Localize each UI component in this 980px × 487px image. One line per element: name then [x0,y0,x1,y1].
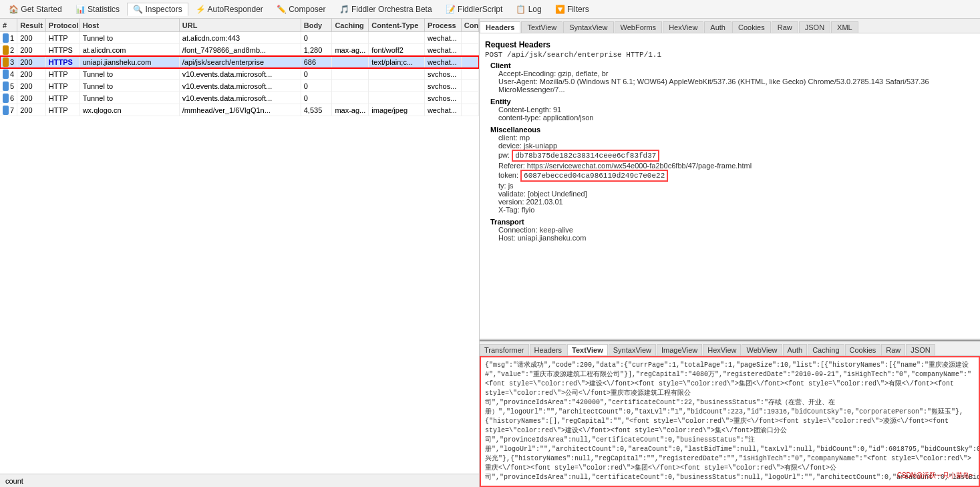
resp-tab-transformer[interactable]: Transformer [480,344,529,355]
content-type: content-type: application/json [485,114,975,122]
log-icon: 📋 [516,5,526,14]
bottom-bar: count [0,474,479,487]
sub-tab-auth[interactable]: Auth [704,21,731,33]
filters-icon: 🔽 [555,5,565,14]
tab-composer[interactable]: ✏️ Composer [271,3,332,16]
resp-tab-syntaxview[interactable]: SyntaxView [609,344,656,355]
main-content: # Result Protocol Host URL Body Caching … [0,19,980,487]
resp-tab-cookies[interactable]: Cookies [845,344,881,355]
validate-header: validate: [object Undefined] [485,190,975,198]
table-row[interactable]: 7 200 HTTP wx.qlogo.cn /mmhead/ver_1/6VI… [0,104,479,116]
device-header: device: jsk-uniapp [485,142,975,150]
tab-filters[interactable]: 🔽 Filters [549,3,595,16]
sub-tab-syntaxview[interactable]: SyntaxView [563,21,613,33]
sub-tab-hexview[interactable]: HexView [663,21,703,33]
user-agent: User-Agent: Mozilla/5.0 (Windows NT 6.1;… [485,77,975,94]
accept-encoding: Accept-Encoding: gzip, deflate, br [485,69,975,77]
table-header: # Result Protocol Host URL Body Caching … [0,19,479,32]
col-header-num: # [0,19,17,31]
response-tabs: Transformer Headers TextView SyntaxView … [480,341,980,356]
resp-tab-json[interactable]: JSON [906,344,935,355]
col-header-contenttype: Content-Type [369,19,425,31]
token-value: 6087ebecced04ca986110d249c7e0e22 [520,170,668,182]
autoresponder-icon: ⚡ [196,5,206,14]
sub-tab-webforms[interactable]: WebForms [615,21,663,33]
pw-header: pw: db78b375de182c38314ceee6cf83fd37 [485,150,975,162]
client-header: client: mp [485,134,975,142]
xtag-header: X-Tag: flyio [485,206,975,214]
request-list-panel: # Result Protocol Host URL Body Caching … [0,19,480,487]
col-header-protocol: Protocol [46,19,80,31]
tab-fiddlerscript[interactable]: 📝 FiddlerScript [440,3,509,16]
response-panel: Transformer Headers TextView SyntaxView … [480,340,980,487]
token-header: token: 6087ebecced04ca986110d249c7e0e22 [485,170,975,182]
col-header-host: Host [80,19,180,31]
entity-section-title: Entity [485,98,975,106]
tab-inspectors[interactable]: 🔍 Inspectors [127,3,188,16]
script-icon: 📝 [446,5,456,14]
pw-value: db78b375de182c38314ceee6cf83fd37 [512,150,659,162]
tab-autoresponder[interactable]: ⚡ AutoResponder [190,3,269,16]
tab-fiddler-orchestra[interactable]: 🎵 Fiddler Orchestra Beta [333,3,438,16]
table-row[interactable]: 1 200 HTTP Tunnel to at.alicdn.com:443 0… [0,32,479,44]
col-header-process: Process [425,19,462,31]
resp-tab-imageview[interactable]: ImageView [657,344,702,355]
statistics-icon: 📊 [75,5,86,14]
col-header-body: Body [301,19,333,31]
host-header: Host: uniapi.jiansheku.com [485,234,975,242]
col-header-result: Result [17,19,46,31]
table-row[interactable]: 2 200 HTTPS at.alicdn.com /font_7479866_… [0,44,479,56]
row-icon [3,106,9,115]
resp-tab-raw[interactable]: Raw [881,344,905,355]
version-header: version: 2021.03.01 [485,198,975,206]
table-row[interactable]: 6 200 HTTP Tunnel to v10.events.data.mic… [0,92,479,104]
transport-section: Transport Connection: keep-alive Host: u… [485,218,975,242]
tab-statistics[interactable]: 📊 Statistics [69,3,126,16]
miscellaneous-section: Miscellaneous client: mp device: jsk-uni… [485,126,975,214]
tab-log[interactable]: 📋 Log [510,3,547,16]
row-icon [3,57,9,67]
resp-tab-webview[interactable]: WebView [742,344,782,355]
composer-icon: ✏️ [277,5,287,14]
request-headers-panel: Request Headers POST /api/jsk/search/ent… [480,33,980,340]
resp-tab-auth[interactable]: Auth [783,344,808,355]
connection-header: Connection: keep-alive [485,226,975,234]
content-length: Content-Length: 91 [485,106,975,114]
orchestra-icon: 🎵 [339,5,349,14]
row-icon [3,94,9,103]
sub-tab-json[interactable]: JSON [799,21,830,33]
resp-tab-headers[interactable]: Headers [530,344,567,355]
ty-header: ty: js [485,182,975,190]
resp-tab-textview[interactable]: TextView [567,344,608,355]
tab-get-started[interactable]: 🏠 Get Started [3,3,68,16]
resp-tab-caching[interactable]: Caching [808,344,844,355]
sub-tab-headers[interactable]: Headers [480,21,520,33]
client-section: Client Accept-Encoding: gzip, deflate, b… [485,61,975,94]
home-icon: 🏠 [9,5,19,14]
inspector-panel: Headers TextView SyntaxView WebForms Hex… [480,19,980,487]
row-icon [3,82,9,91]
sub-tab-xml[interactable]: XML [831,21,858,33]
table-row[interactable]: 5 200 HTTP Tunnel to v10.events.data.mic… [0,80,479,92]
resp-tab-hexview[interactable]: HexView [703,344,741,355]
inspectors-icon: 🔍 [133,5,143,14]
row-icon [3,45,9,55]
table-row[interactable]: 4 200 HTTP Tunnel to v10.events.data.mic… [0,68,479,80]
sub-tab-raw[interactable]: Raw [772,21,798,33]
col-header-con: Con [462,19,479,31]
table-row[interactable]: 3 200 HTTPS uniapi.jiansheku.com /api/js… [0,56,479,68]
transport-section-title: Transport [485,218,975,226]
response-content-area[interactable]: {"msg":"请求成功","code":200,"data":{"currPa… [480,356,980,487]
request-headers-title: Request Headers [485,40,975,49]
request-sub-tabs: Headers TextView SyntaxView WebForms Hex… [480,19,980,33]
col-header-url: URL [180,19,301,31]
request-line: POST /api/jsk/search/enterprise HTTP/1.1 [485,51,975,59]
sub-tab-cookies[interactable]: Cookies [732,21,771,33]
sub-tab-textview[interactable]: TextView [521,21,562,33]
misc-section-title: Miscellaneous [485,126,975,134]
col-header-caching: Caching [332,19,369,31]
referer-header: Referer: https://servicewechat.com/wx54e… [485,162,975,170]
main-toolbar: 🏠 Get Started 📊 Statistics 🔍 Inspectors … [0,0,980,19]
client-section-title: Client [485,61,975,69]
response-text: {"msg":"请求成功","code":200,"data":{"currPa… [485,361,980,481]
